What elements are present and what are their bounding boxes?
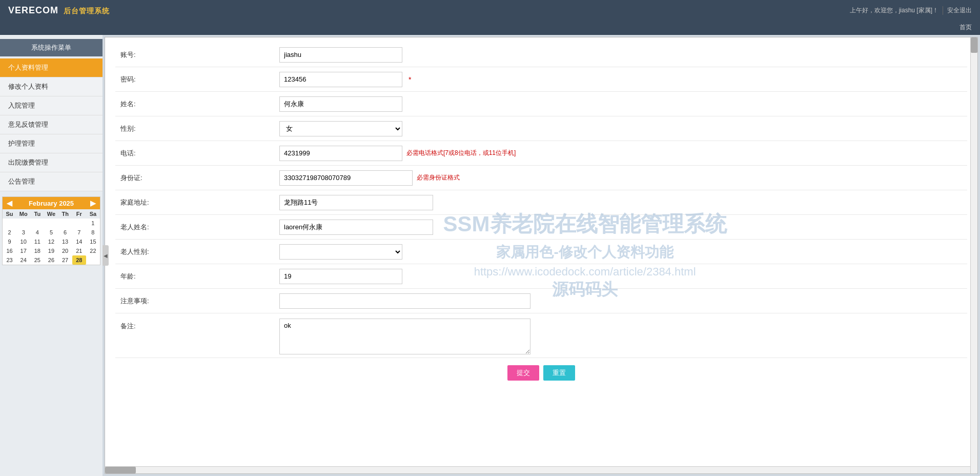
cal-cell-26[interactable]: 26 [44,255,58,265]
top-bar: 首页 [0,21,980,35]
sidebar-item-edit-profile[interactable]: 修改个人资料 [0,77,103,96]
id-input[interactable] [279,170,413,186]
cal-cell-12[interactable]: 12 [44,237,58,246]
cal-cell-8[interactable]: 8 [86,228,100,237]
remark-textarea[interactable]: ok [279,319,530,354]
cal-cell-6[interactable]: 6 [58,228,72,237]
logout-link[interactable]: 安全退出 [943,6,972,15]
sidebar-item-admission[interactable]: 入院管理 [0,96,103,115]
submit-button[interactable]: 提交 [507,365,539,381]
cal-cell-15[interactable]: 15 [86,237,100,246]
phone-input[interactable] [279,146,402,161]
calendar-grid: 1 2 3 4 5 6 7 8 9 10 11 12 13 14 15 16 1… [3,219,100,265]
calendar: ◀ February 2025 ▶ Su Mo Tu We Th Fr Sa [2,196,100,265]
password-label: 密码: [115,75,279,84]
cal-cell-4[interactable]: 4 [30,228,44,237]
main-layout: 系统操作菜单 个人资料管理 修改个人资料 入院管理 意见反馈管理 护理管理 出院… [0,35,980,476]
form-row-remark: 备注: ok [115,313,967,358]
cal-cell [44,219,58,228]
cal-cell-5[interactable]: 5 [44,228,58,237]
cal-cell-28[interactable]: 28 [72,255,86,265]
greeting-text: 上午好，欢迎您，jiashu [家属]！ [850,6,938,15]
gender-label: 性别: [115,124,279,133]
address-input[interactable] [279,195,433,210]
notes-field [279,293,967,309]
calendar-prev[interactable]: ◀ [7,199,12,207]
account-label: 账号: [115,50,279,60]
account-field [279,47,967,63]
cal-cell-7[interactable]: 7 [72,228,86,237]
age-input[interactable] [279,269,402,284]
notes-input[interactable] [279,293,530,309]
cal-day-th: Th [58,209,72,219]
sidebar-title: 系统操作菜单 [0,39,103,56]
cal-day-su: Su [3,209,16,219]
elder-name-input[interactable] [279,220,433,235]
remark-field: ok [279,319,967,354]
scrollbar-horizontal[interactable] [105,466,970,473]
form-row-elder-gender: 老人性别: 男 女 [115,240,967,264]
notes-label: 注意事项: [115,296,279,306]
form-row-notes: 注意事项: [115,289,967,313]
cal-cell-10[interactable]: 10 [16,237,30,246]
calendar-days-header: Su Mo Tu We Th Fr Sa [3,209,100,219]
elder-gender-select[interactable]: 男 女 [279,244,402,260]
scrollbar-thumb-x[interactable] [105,467,136,473]
scrollbar-vertical[interactable] [970,37,977,473]
cal-cell-17[interactable]: 17 [16,246,30,255]
reset-button[interactable]: 重置 [543,365,575,381]
age-field [279,269,967,284]
cal-cell-13[interactable]: 13 [58,237,72,246]
cal-cell [72,219,86,228]
gender-select[interactable]: 男 女 [279,121,402,136]
sidebar-item-nursing[interactable]: 护理管理 [0,134,103,153]
app-logo: VERECOM 后台管理系统 [8,5,110,16]
id-hint: 必需身份证格式 [417,173,460,182]
cal-cell-2[interactable]: 2 [3,228,16,237]
form-row-account: 账号: [115,43,967,67]
phone-field: 必需电话格式[7或8位电话，或11位手机] [279,146,967,161]
password-input[interactable] [279,72,402,87]
cal-day-tu: Tu [30,209,44,219]
cal-cell-9[interactable]: 9 [3,237,16,246]
account-input[interactable] [279,47,402,63]
cal-cell-3[interactable]: 3 [16,228,30,237]
cal-cell-27[interactable]: 27 [58,255,72,265]
elder-name-label: 老人姓名: [115,223,279,232]
cal-cell-21[interactable]: 21 [72,246,86,255]
calendar-next[interactable]: ▶ [90,199,96,207]
logo-suffix: 后台管理系统 [64,7,110,15]
calendar-header: ◀ February 2025 ▶ [3,197,100,209]
cal-cell-19[interactable]: 19 [44,246,58,255]
cal-cell-24[interactable]: 24 [16,255,30,265]
scrollbar-thumb-y[interactable] [971,37,977,53]
name-field [279,96,967,112]
form-row-age: 年龄: [115,264,967,289]
form-container: 账号: 密码: * 姓名: [105,37,977,396]
sidebar-item-discharge[interactable]: 出院缴费管理 [0,153,103,172]
cal-cell-22[interactable]: 22 [86,246,100,255]
content-scroll[interactable]: 账号: 密码: * 姓名: [105,37,977,473]
home-button[interactable]: 首页 [959,23,972,32]
sidebar-item-announcement[interactable]: 公告管理 [0,172,103,191]
cal-cell-23[interactable]: 23 [3,255,16,265]
elder-gender-field: 男 女 [279,244,967,260]
form-row-name: 姓名: [115,92,967,116]
cal-cell-16[interactable]: 16 [3,246,16,255]
cal-cell-14[interactable]: 14 [72,237,86,246]
cal-cell-25[interactable]: 25 [30,255,44,265]
cal-cell-1[interactable]: 1 [86,219,100,228]
address-field [279,195,967,210]
cal-cell-18[interactable]: 18 [30,246,44,255]
cal-cell-20[interactable]: 20 [58,246,72,255]
sidebar-item-profile-mgmt[interactable]: 个人资料管理 [0,58,103,77]
cal-cell-11[interactable]: 11 [30,237,44,246]
form-row-phone: 电话: 必需电话格式[7或8位电话，或11位手机] [115,141,967,166]
sidebar-item-feedback[interactable]: 意见反馈管理 [0,115,103,134]
calendar-month: February 2025 [29,200,74,207]
phone-hint: 必需电话格式[7或8位电话，或11位手机] [406,149,516,157]
name-input[interactable] [279,96,402,112]
elder-name-field [279,220,967,235]
form-row-elder-name: 老人姓名: [115,215,967,240]
sidebar-collapse-handle[interactable]: ◀ [103,245,109,266]
